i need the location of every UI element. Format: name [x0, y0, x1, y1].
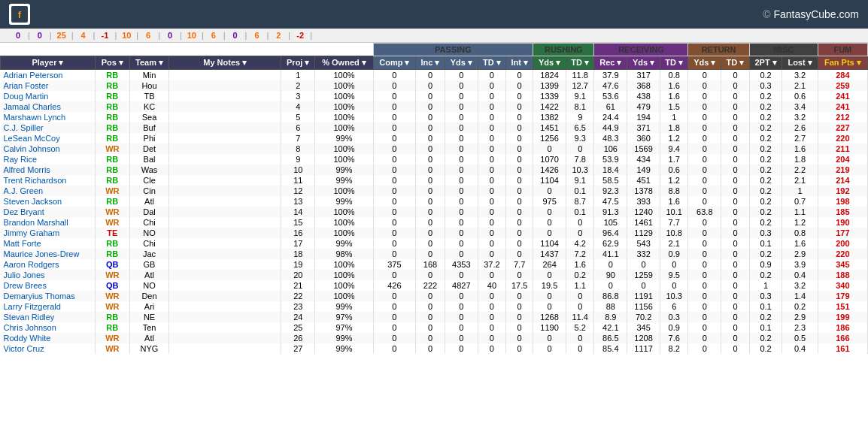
col-lost[interactable]: Lost ▾: [782, 56, 818, 70]
player-name[interactable]: Calvin Johnson: [1, 144, 96, 154]
player-notes[interactable]: [169, 144, 281, 154]
player-name[interactable]: Marshawn Lynch: [1, 112, 96, 122]
col-rush-td[interactable]: TD ▾: [566, 56, 593, 70]
player-owned: 100%: [315, 101, 373, 112]
player-name[interactable]: Jimmy Graham: [1, 228, 96, 238]
rec-yds: 371: [627, 122, 660, 133]
player-team: Ten: [129, 322, 169, 333]
col-int[interactable]: Int ▾: [506, 56, 533, 70]
player-notes[interactable]: [169, 80, 281, 91]
player-notes[interactable]: [169, 249, 281, 259]
player-notes[interactable]: [169, 333, 281, 343]
col-inc[interactable]: Inc ▾: [416, 56, 445, 70]
player-name[interactable]: Matt Forte: [1, 238, 96, 249]
player-notes[interactable]: [169, 175, 281, 186]
fan-pts: 259: [818, 80, 867, 91]
player-name[interactable]: Aaron Rodgers: [1, 259, 96, 270]
col-pass-yds[interactable]: Yds ▾: [445, 56, 478, 70]
player-notes[interactable]: [169, 186, 281, 196]
player-name[interactable]: Drew Brees: [1, 280, 96, 291]
player-name[interactable]: Chris Johnson: [1, 322, 96, 333]
ret-yds: 0: [688, 80, 721, 91]
col-ret-yds[interactable]: Yds ▾: [688, 56, 721, 70]
player-name[interactable]: Doug Martin: [1, 91, 96, 101]
player-notes[interactable]: [169, 270, 281, 280]
rush-td: 0: [566, 343, 593, 354]
player-notes[interactable]: [169, 217, 281, 228]
player-name[interactable]: Demaryius Thomas: [1, 291, 96, 301]
misc-2pt: 0.2: [749, 101, 782, 112]
misc-lost: 0.4: [782, 270, 818, 280]
player-notes[interactable]: [169, 207, 281, 217]
rush-yds: 0: [533, 301, 566, 312]
player-name[interactable]: Dez Bryant: [1, 207, 96, 217]
player-notes[interactable]: [169, 228, 281, 238]
player-name[interactable]: Roddy White: [1, 333, 96, 343]
stats-table-container[interactable]: PASSING RUSHING RECEIVING RETURN MISC FU…: [0, 43, 868, 386]
player-name[interactable]: Julio Jones: [1, 270, 96, 280]
col-rec-td[interactable]: TD ▾: [660, 56, 687, 70]
player-name[interactable]: Brandon Marshall: [1, 217, 96, 228]
col-notes[interactable]: My Notes ▾: [169, 56, 281, 70]
ret-td: 0: [721, 122, 749, 133]
player-notes[interactable]: [169, 165, 281, 175]
player-notes[interactable]: [169, 343, 281, 354]
player-name[interactable]: Jamaal Charles: [1, 101, 96, 112]
misc-lost: 3.2: [782, 280, 818, 291]
rush-yds: 1382: [533, 112, 566, 122]
player-notes[interactable]: [169, 154, 281, 165]
player-notes[interactable]: [169, 259, 281, 270]
player-notes[interactable]: [169, 280, 281, 291]
player-notes[interactable]: [169, 322, 281, 333]
player-name[interactable]: Maurice Jones-Drew: [1, 249, 96, 259]
player-notes[interactable]: [169, 238, 281, 249]
player-notes[interactable]: [169, 133, 281, 144]
ret-td: 0: [721, 112, 749, 122]
player-notes[interactable]: [169, 91, 281, 101]
col-rush-yds[interactable]: Yds ▾: [533, 56, 566, 70]
col-proj[interactable]: Proj ▾: [281, 56, 315, 70]
player-team: Atl: [129, 333, 169, 343]
player-notes[interactable]: [169, 70, 281, 81]
player-proj: 12: [281, 186, 315, 196]
player-name[interactable]: Ray Rice: [1, 154, 96, 165]
player-name[interactable]: Adrian Peterson: [1, 70, 96, 81]
player-name[interactable]: Arian Foster: [1, 80, 96, 91]
player-name[interactable]: Trent Richardson: [1, 175, 96, 186]
col-team[interactable]: Team ▾: [129, 56, 169, 70]
col-comp[interactable]: Comp ▾: [373, 56, 415, 70]
player-notes[interactable]: [169, 291, 281, 301]
col-pos[interactable]: Pos ▾: [95, 56, 129, 70]
col-rec[interactable]: Rec ▾: [594, 56, 627, 70]
player-name[interactable]: Stevan Ridley: [1, 312, 96, 322]
player-name[interactable]: Victor Cruz: [1, 343, 96, 354]
player-owned: 100%: [315, 291, 373, 301]
col-pass-td[interactable]: TD ▾: [478, 56, 505, 70]
col-owned[interactable]: % Owned ▾: [315, 56, 373, 70]
player-team: Chi: [129, 217, 169, 228]
pass-td: 0: [478, 249, 505, 259]
pass-yds: 0: [445, 70, 478, 81]
pass-td: 0: [478, 270, 505, 280]
col-2pt[interactable]: 2PT ▾: [749, 56, 782, 70]
player-notes[interactable]: [169, 312, 281, 322]
col-rec-yds[interactable]: Yds ▾: [627, 56, 660, 70]
col-ret-td[interactable]: TD ▾: [721, 56, 749, 70]
player-name[interactable]: Alfred Morris: [1, 165, 96, 175]
player-name[interactable]: LeSean McCoy: [1, 133, 96, 144]
player-notes[interactable]: [169, 112, 281, 122]
player-notes[interactable]: [169, 122, 281, 133]
rush-yds: 19.5: [533, 280, 566, 291]
player-name[interactable]: Larry Fitzgerald: [1, 301, 96, 312]
player-notes[interactable]: [169, 196, 281, 207]
col-fan-pts[interactable]: Fan Pts ▾: [818, 56, 867, 70]
player-name[interactable]: Steven Jackson: [1, 196, 96, 207]
player-name[interactable]: C.J. Spiller: [1, 122, 96, 133]
player-notes[interactable]: [169, 301, 281, 312]
rec-yds: 434: [627, 154, 660, 165]
col-player[interactable]: Player ▾: [1, 56, 96, 70]
player-notes[interactable]: [169, 101, 281, 112]
pass-int: 0: [506, 238, 533, 249]
rec-yds: 0: [627, 259, 660, 270]
player-name[interactable]: A.J. Green: [1, 186, 96, 196]
